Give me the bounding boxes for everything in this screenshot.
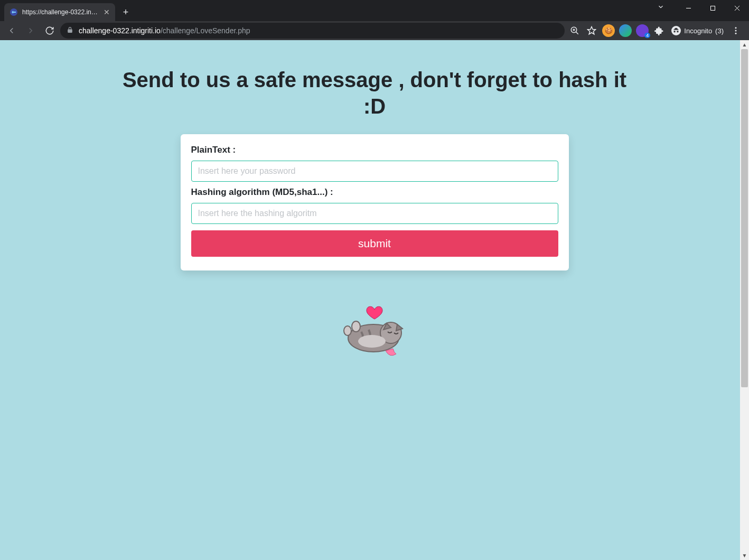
svg-marker-9 — [588, 27, 596, 34]
kebab-menu-icon[interactable] — [728, 23, 744, 38]
zoom-icon[interactable] — [567, 23, 583, 38]
extension-3-badge: 4 — [644, 33, 650, 38]
tab-close-icon[interactable]: ✕ — [104, 8, 110, 16]
algorithm-label: Hashing algorithm (MD5,sha1...) : — [191, 187, 558, 198]
window-controls — [676, 0, 749, 16]
pet-image — [340, 300, 409, 358]
svg-rect-2 — [710, 6, 715, 10]
form-card: PlainText : Hashing algorithm (MD5,sha1.… — [181, 134, 569, 270]
plaintext-input[interactable] — [191, 161, 558, 182]
page-heading: Send to us a safe message , don't forget… — [110, 67, 639, 119]
address-bar[interactable]: challenge-0322.intigriti.io/challenge/Lo… — [60, 23, 565, 39]
browser-toolbar: challenge-0322.intigriti.io/challenge/Lo… — [0, 21, 749, 40]
svg-line-6 — [576, 32, 579, 34]
nav-reload-button[interactable] — [41, 23, 58, 38]
algorithm-input[interactable] — [191, 203, 558, 224]
extension-2-icon[interactable] — [617, 23, 633, 38]
tabs-chevron-icon[interactable] — [657, 3, 664, 13]
svg-marker-15 — [396, 324, 402, 331]
url-text: challenge-0322.intigriti.io/challenge/Lo… — [79, 26, 250, 35]
extension-1-icon[interactable]: 🍪 — [601, 23, 616, 38]
svg-point-12 — [735, 33, 737, 34]
nav-back-button[interactable] — [3, 23, 20, 38]
incognito-label: Incognito — [684, 27, 712, 35]
vertical-scrollbar[interactable]: ▲ ▼ — [740, 40, 749, 560]
scrollbar-down-arrow-icon[interactable]: ▼ — [740, 551, 749, 560]
submit-button[interactable]: submit — [191, 230, 558, 257]
extensions-puzzle-icon[interactable] — [651, 23, 667, 38]
incognito-indicator[interactable]: Incognito (3) — [668, 25, 727, 36]
window-minimize-button[interactable] — [676, 0, 700, 16]
nav-forward-button[interactable] — [22, 23, 39, 38]
window-close-button[interactable] — [725, 0, 749, 16]
page-viewport: Send to us a safe message , don't forget… — [0, 40, 749, 560]
incognito-count: (3) — [715, 27, 724, 35]
browser-tab[interactable]: https://challenge-0322.intigriti.io ✕ — [4, 3, 115, 21]
svg-point-17 — [352, 321, 360, 332]
plaintext-label: PlainText : — [191, 145, 558, 155]
tab-favicon — [10, 8, 18, 16]
toolbar-right: 🍪 4 Incognito (3) — [567, 23, 746, 38]
browser-title-bar: https://challenge-0322.intigriti.io ✕ + — [0, 0, 749, 21]
svg-point-11 — [735, 30, 737, 32]
scrollbar-up-arrow-icon[interactable]: ▲ — [740, 40, 749, 49]
tab-title: https://challenge-0322.intigriti.io — [22, 8, 99, 16]
extension-3-icon[interactable]: 4 — [634, 23, 650, 38]
svg-point-19 — [358, 335, 386, 348]
bookmark-star-icon[interactable] — [584, 23, 600, 38]
svg-point-10 — [735, 27, 737, 29]
url-host: challenge-0322.intigriti.io — [79, 26, 161, 35]
new-tab-button[interactable]: + — [118, 5, 133, 20]
window-maximize-button[interactable] — [700, 0, 725, 16]
incognito-icon — [671, 26, 681, 35]
svg-point-18 — [344, 326, 351, 335]
lock-icon — [67, 26, 73, 35]
scrollbar-thumb[interactable] — [741, 49, 748, 387]
url-path: /challenge/LoveSender.php — [161, 26, 250, 35]
